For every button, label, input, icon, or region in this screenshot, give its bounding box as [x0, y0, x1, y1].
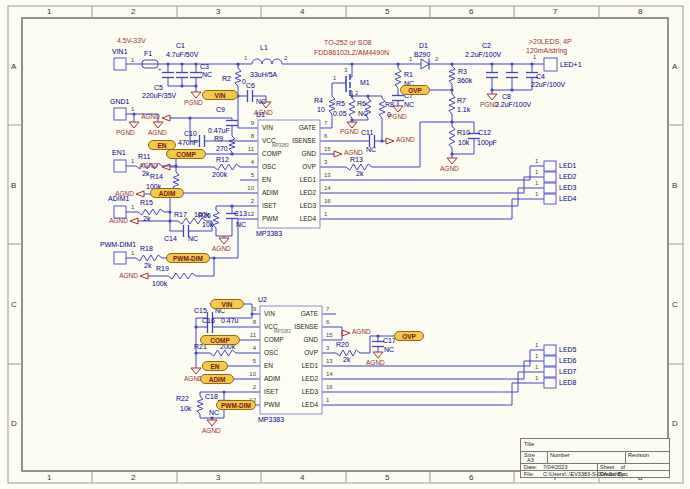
label-components-C11-value: NC: [366, 146, 376, 154]
zone-col-bottom-2: 2: [131, 473, 135, 482]
pin-number-u1-right-7: 1: [324, 210, 327, 218]
label-components-R20-value: 2k: [343, 356, 350, 364]
label-components-L1-ref: L1: [260, 44, 268, 52]
label-components-C17-value: NC: [384, 346, 394, 354]
zone-col-top-2: 2: [131, 7, 135, 16]
label-components-C5-polarity: +: [158, 65, 162, 73]
sheet-of-label: Sheet of: [600, 464, 625, 470]
net-label-vin-u2[interactable]: VIN: [210, 299, 244, 309]
pin-number-led4: 1: [535, 190, 538, 198]
title-label: Title: [524, 441, 534, 447]
label-components-C8-ref: C8: [502, 93, 511, 101]
label-nets-agnd: AGND: [352, 328, 371, 336]
label-components-C10-ref: C10: [184, 130, 197, 138]
net-label-pwm-dim-u2[interactable]: PWM-DIM: [216, 400, 256, 410]
label-ic-part: MP3383: [256, 230, 282, 238]
label-nets-pgnd: PGND: [116, 129, 135, 137]
pin-number-u2-left-6: 2: [238, 383, 256, 391]
label-components-M1-ref: M1: [360, 79, 370, 87]
net-label-comp-u2[interactable]: COMP: [200, 335, 240, 345]
title-block: Title Size A3 Number Revision Date: 7/04…: [520, 438, 670, 478]
number-label: Number: [550, 452, 570, 458]
label-components-C8-value: 2.2uF/100V: [495, 101, 531, 109]
label-ic-part: MP3383: [258, 416, 284, 424]
zone-col-bottom-3: 3: [216, 473, 220, 482]
label-connectors-en1: EN1: [112, 149, 126, 157]
label-ic-u2: U2: [258, 296, 267, 304]
label-components-C6-value: NC: [256, 98, 266, 106]
pin-name-u1-left-4: EN: [262, 176, 271, 183]
label-components-R16-ref: R16: [198, 212, 211, 220]
label-nets-pgnd: PGND: [340, 128, 359, 136]
pin-number-u2-right-1: 6: [326, 318, 329, 326]
label-components-R7-value: 1.1k: [457, 106, 470, 114]
pin-number-u2-left-2: 11: [238, 331, 256, 339]
date-label: Date:: [524, 464, 537, 470]
label-components-C16-value: 0.47u: [221, 317, 239, 325]
label-components-C9-value: 0.47uF: [208, 127, 230, 135]
label-components-R18-value: 2k: [144, 262, 151, 270]
label-components-C5-ref: C5: [154, 84, 163, 92]
label-components-C2-ref: C2: [482, 42, 491, 50]
net-label-vin[interactable]: VIN: [202, 90, 238, 100]
label-annotations-input_range: 4.5V-33V: [117, 37, 146, 45]
net-label-ovp[interactable]: OVP: [400, 85, 430, 95]
label-components-D1-pin2: 2: [435, 55, 438, 63]
label-components-C9-ref: C9: [216, 106, 225, 114]
net-label-pwm-dim[interactable]: PWM-DIM: [166, 253, 210, 263]
label-components-C4-value: 22uF/100V: [531, 81, 565, 89]
label-annotations-part_no: FDD86102LZ/AM4490N: [314, 49, 389, 57]
pin-number-u1-right-0: 7: [324, 119, 327, 127]
label-nets-pgnd: PGND: [480, 101, 499, 109]
label-components-R4-ref: R4: [314, 97, 323, 105]
net-label-adim[interactable]: ADIM: [150, 188, 184, 198]
zone-row-left-4: D: [11, 419, 17, 428]
pin-name-u2-right-7: LED4: [276, 401, 318, 408]
net-label-en-u2[interactable]: EN: [202, 361, 228, 371]
pin-number-u1-left-7: 12: [236, 210, 254, 218]
pin-number-led6: 1: [535, 352, 538, 360]
label-components-R2-ref: R2: [222, 75, 231, 83]
label-nets-agnd: AGND: [132, 113, 160, 121]
label-components-R13-value: 2k: [356, 170, 363, 178]
net-label-comp[interactable]: COMP: [166, 149, 206, 159]
label-components-R8-ref: R8: [385, 101, 394, 109]
label-components-C15-ref: C15: [194, 307, 207, 315]
schematic-sheet: VIN114.5V-33VF1C14.7uF/50VC3NCC5220uF/35…: [0, 0, 690, 489]
label-components-L1-value: 33uH/5A: [250, 71, 277, 79]
label-components-R14-ref: R14: [150, 173, 163, 181]
label-components-R7-ref: R7: [457, 97, 466, 105]
label-nets-pgnd: PGND: [388, 113, 407, 121]
label-connectors-ledp: LED+1: [560, 61, 582, 69]
label-components-C10-value: 470nF: [178, 139, 198, 147]
label-components-C11-ref: C11: [361, 129, 373, 137]
label-components-C3-value: NC: [202, 71, 212, 79]
pin-name-u2-right-5: LED2: [276, 375, 318, 382]
connector-label-led4: LED4: [559, 195, 577, 203]
connector-label-led5: LED5: [559, 346, 577, 354]
pin-number-u2-right-6: 16: [326, 383, 333, 391]
pin-number-u2-left-3: 4: [238, 344, 256, 352]
pin-number-u2-left-5: 10: [238, 370, 256, 378]
pin-number-u1-left-5: 10: [236, 184, 254, 192]
label-components-M1-pin3: 3: [344, 66, 347, 74]
label-components-R18-ref: R18: [140, 245, 153, 253]
pin-number-led2: 1: [535, 168, 538, 176]
label-components-R10-value: 10k: [458, 139, 469, 147]
net-label-ovp-u2[interactable]: OVP: [394, 331, 424, 341]
revision-label: Revision: [628, 452, 649, 458]
pin-number-u1-right-5: 14: [324, 184, 331, 192]
date-value: 7/04/2023: [543, 464, 567, 470]
label-components-R12-value: 200k: [212, 171, 227, 179]
pin-number-u1-left-1: 8: [236, 132, 254, 140]
connector-label-led7: LED7: [559, 368, 577, 376]
pin-number-led8: 1: [535, 374, 538, 382]
label-misc-pin1: 1: [131, 203, 134, 211]
pin-name-u1-right-6: LED3: [274, 202, 316, 209]
pin-number-led7: 1: [535, 363, 538, 371]
net-label-adim-u2[interactable]: ADIM: [200, 374, 234, 384]
label-components-R15-value: 2k: [143, 215, 150, 223]
connector-label-led3: LED3: [559, 184, 577, 192]
zone-col-top-6: 6: [469, 7, 473, 16]
label-components-C6-ref: C6: [246, 82, 255, 90]
